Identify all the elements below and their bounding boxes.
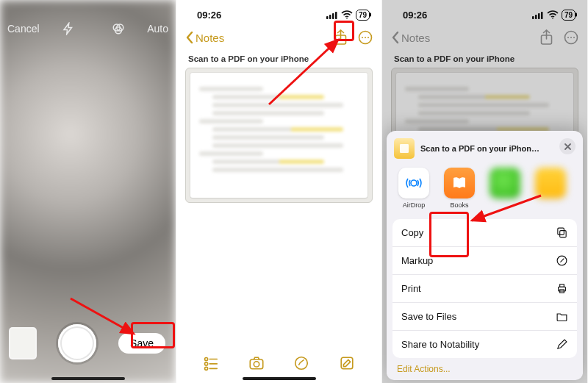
note-content: Scan to a PDF on your iPhone (176, 50, 381, 203)
app-icon-blurred (535, 168, 566, 198)
share-actions-list: Copy Markup Print Save to Files Share to… (392, 219, 577, 358)
scanned-page-preview (190, 73, 368, 198)
pencil-icon (556, 338, 568, 351)
home-indicator[interactable] (51, 377, 125, 380)
save-button[interactable]: Save (118, 333, 165, 354)
folder-icon (556, 310, 568, 323)
compose-icon[interactable] (339, 355, 355, 371)
svg-point-21 (254, 362, 259, 367)
share-sheet: Scan to a PDF on your iPhon… AirDrop Boo… (387, 131, 583, 380)
action-copy[interactable]: Copy (392, 219, 577, 247)
filter-icon[interactable] (112, 22, 125, 35)
note-title: Scan to a PDF on your iPhone (185, 50, 373, 68)
airdrop-icon (398, 168, 429, 198)
svg-point-13 (368, 37, 369, 38)
action-markup[interactable]: Markup (392, 247, 577, 275)
svg-rect-40 (559, 287, 566, 291)
action-label: Share to Notability (401, 339, 479, 350)
cancel-button[interactable]: Cancel (7, 23, 40, 35)
close-icon[interactable] (559, 138, 576, 154)
svg-point-14 (204, 357, 207, 360)
action-print[interactable]: Print (392, 275, 577, 303)
svg-rect-37 (560, 231, 567, 237)
app-icon-blurred (490, 168, 520, 198)
wifi-icon (341, 10, 353, 19)
share-sheet-title: Scan to a PDF on your iPhon… (420, 144, 539, 153)
action-label: Copy (401, 227, 423, 238)
svg-point-22 (295, 357, 308, 370)
svg-point-8 (346, 18, 348, 19)
copy-icon (556, 226, 568, 239)
action-share-notability[interactable]: Share to Notability (392, 331, 577, 358)
action-label: Markup (401, 255, 433, 266)
share-app-label: AirDrop (403, 201, 426, 209)
svg-rect-23 (341, 357, 353, 369)
back-label: Notes (196, 32, 224, 44)
battery-indicator: 79 (356, 10, 370, 21)
print-icon (556, 282, 568, 295)
share-app-blurred[interactable] (532, 168, 569, 198)
action-label: Save to Files (401, 311, 456, 322)
svg-point-11 (362, 37, 363, 38)
scan-thumbnail[interactable] (10, 329, 35, 358)
share-app-books[interactable]: Books (441, 168, 478, 209)
svg-point-18 (204, 367, 207, 370)
share-app-blurred[interactable] (487, 168, 523, 198)
markup-draw-icon[interactable] (293, 355, 309, 371)
svg-point-16 (204, 362, 207, 365)
share-app-airdrop[interactable]: AirDrop (395, 168, 432, 209)
checklist-icon[interactable] (203, 355, 219, 371)
home-indicator[interactable] (243, 377, 316, 380)
status-time: 09:26 (197, 10, 221, 21)
share-apps-row: AirDrop Books (387, 165, 583, 216)
scanned-document-card[interactable] (185, 68, 373, 203)
note-toolbar (176, 351, 381, 376)
flash-icon[interactable] (62, 22, 75, 35)
share-app-label: Books (450, 201, 468, 209)
svg-rect-7 (335, 12, 337, 19)
signal-icon (326, 11, 338, 19)
svg-rect-35 (400, 144, 409, 153)
svg-rect-41 (560, 284, 564, 287)
shutter-button[interactable] (58, 324, 96, 362)
status-bar: 09:26 79 (176, 0, 381, 25)
svg-point-12 (365, 37, 366, 38)
svg-point-36 (411, 180, 417, 186)
svg-rect-4 (326, 16, 329, 19)
edit-actions-link[interactable]: Edit Actions... (387, 358, 583, 376)
chevron-left-icon (185, 31, 194, 44)
svg-rect-20 (250, 359, 262, 369)
action-label: Print (401, 283, 421, 294)
svg-rect-38 (558, 228, 564, 235)
svg-rect-5 (329, 15, 331, 19)
more-icon[interactable] (358, 30, 373, 45)
books-icon (444, 168, 475, 198)
back-notes-button[interactable]: Notes (185, 31, 224, 44)
scanner-top-bar: Cancel Auto (0, 0, 176, 47)
camera-icon[interactable] (248, 355, 265, 371)
scanner-bottom-bar: Save (0, 312, 176, 383)
markup-icon (556, 254, 568, 267)
share-thumbnail-icon (394, 138, 415, 159)
nav-bar: Notes (176, 25, 381, 50)
action-save-to-files[interactable]: Save to Files (392, 303, 577, 331)
share-icon[interactable] (334, 29, 348, 46)
share-sheet-header: Scan to a PDF on your iPhon… (387, 137, 583, 165)
svg-rect-6 (332, 13, 334, 19)
auto-button[interactable]: Auto (147, 23, 168, 35)
